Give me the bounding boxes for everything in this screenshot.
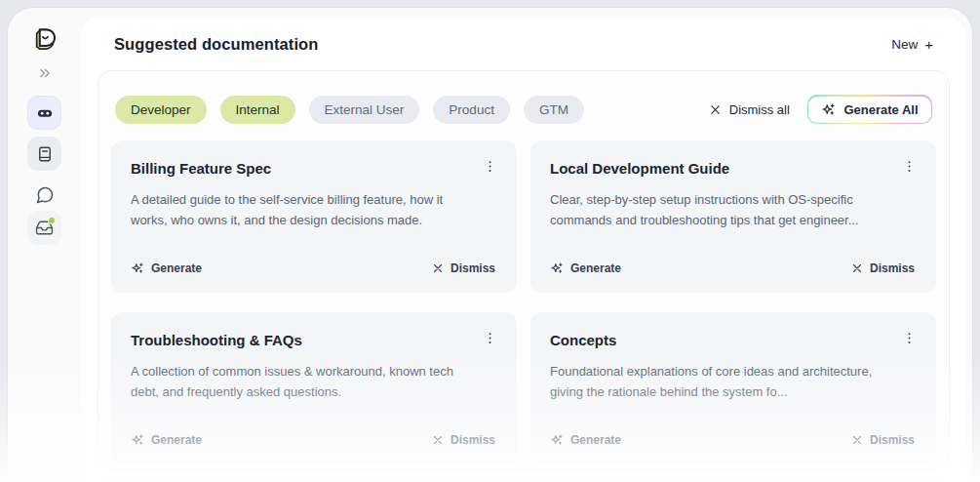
card-title: Concepts	[550, 329, 616, 348]
chat-bubble-icon	[35, 185, 55, 205]
dismiss-button[interactable]: Dismiss	[851, 261, 915, 275]
sidebar-item-inbox[interactable]	[27, 211, 61, 245]
dismiss-button[interactable]: Dismiss	[432, 261, 495, 275]
suggestion-card: Billing Feature Spec A detailed guide to…	[111, 141, 517, 293]
dismiss-label: Dismiss	[451, 433, 495, 447]
x-icon	[851, 262, 863, 274]
card-description: Clear, step-by-step setup instructions w…	[550, 189, 921, 230]
chip-external-user[interactable]: External User	[309, 96, 420, 124]
x-icon	[851, 434, 863, 446]
card-menu-kebab-icon[interactable]	[898, 329, 921, 347]
card-description: Foundational explanations of core ideas …	[550, 361, 921, 402]
suggestion-cards-grid: Billing Feature Spec A detailed guide to…	[111, 141, 936, 464]
generate-button[interactable]: Generate	[131, 433, 202, 447]
sparkle-icon	[550, 433, 564, 447]
dismiss-label: Dismiss	[451, 261, 495, 275]
sidebar-item-assistant[interactable]	[27, 96, 61, 130]
generate-label: Generate	[570, 433, 621, 447]
generate-label: Generate	[570, 261, 621, 275]
chip-developer[interactable]: Developer	[115, 96, 207, 124]
inbox-notification-dot	[48, 217, 56, 224]
app-window: Suggested documentation New + Developer …	[8, 8, 972, 482]
generate-label: Generate	[151, 433, 202, 447]
generate-button[interactable]: Generate	[550, 433, 621, 447]
main-panel: Suggested documentation New + Developer …	[81, 18, 966, 482]
page-header: Suggested documentation New +	[98, 18, 950, 70]
chip-gtm[interactable]: GTM	[524, 96, 584, 124]
generate-label: Generate	[151, 261, 202, 275]
dismiss-button[interactable]: Dismiss	[432, 433, 495, 447]
new-button-label: New	[891, 37, 918, 52]
card-title: Troubleshooting & FAQs	[131, 329, 302, 348]
suggestion-card: Concepts Foundational explanations of co…	[530, 312, 936, 464]
suggestions-container: Developer Internal External User Product…	[98, 70, 950, 469]
dismiss-all-label: Dismiss all	[729, 102, 790, 117]
chip-product[interactable]: Product	[433, 96, 510, 124]
chip-internal[interactable]: Internal	[220, 96, 295, 124]
suggestion-card: Troubleshooting & FAQs A collection of c…	[111, 312, 517, 464]
dismiss-label: Dismiss	[870, 261, 915, 275]
card-title: Billing Feature Spec	[131, 157, 271, 177]
dismiss-all-button[interactable]: Dismiss all	[709, 102, 790, 117]
app-logo-icon[interactable]	[31, 25, 59, 53]
goggles-icon	[35, 103, 55, 123]
sparkle-icon	[821, 102, 836, 117]
filter-chips: Developer Internal External User Product…	[115, 96, 584, 124]
suggestion-card: Local Development Guide Clear, step-by-s…	[530, 141, 936, 293]
sidebar-expand-icon[interactable]	[38, 66, 52, 80]
sidebar	[8, 8, 81, 482]
x-icon	[432, 262, 444, 274]
sidebar-item-docs[interactable]	[27, 137, 61, 171]
card-title: Local Development Guide	[550, 157, 729, 177]
card-description: A collection of common issues & workarou…	[131, 361, 501, 402]
generate-button[interactable]: Generate	[550, 261, 621, 275]
x-icon	[709, 103, 722, 116]
filter-toolbar: Developer Internal External User Product…	[111, 95, 936, 124]
dismiss-label: Dismiss	[870, 433, 915, 447]
page-title: Suggested documentation	[114, 35, 318, 54]
new-button[interactable]: New +	[891, 36, 933, 53]
toolbar-actions: Dismiss all Generate All	[709, 95, 932, 124]
sidebar-item-chat[interactable]	[35, 185, 55, 205]
sparkle-icon	[131, 261, 144, 275]
generate-all-label: Generate All	[843, 102, 918, 117]
generate-all-button[interactable]: Generate All	[807, 95, 932, 124]
card-menu-kebab-icon[interactable]	[479, 157, 501, 176]
next-section-panel	[98, 478, 950, 482]
plus-icon: +	[924, 36, 933, 53]
card-menu-kebab-icon[interactable]	[898, 157, 921, 176]
sparkle-icon	[131, 433, 144, 447]
x-icon	[432, 434, 444, 446]
generate-button[interactable]: Generate	[131, 261, 202, 275]
card-description: A detailed guide to the self-service bil…	[131, 189, 501, 230]
card-menu-kebab-icon[interactable]	[479, 329, 501, 347]
notebook-icon	[36, 145, 54, 163]
sparkle-icon	[550, 261, 564, 275]
dismiss-button[interactable]: Dismiss	[851, 433, 915, 447]
